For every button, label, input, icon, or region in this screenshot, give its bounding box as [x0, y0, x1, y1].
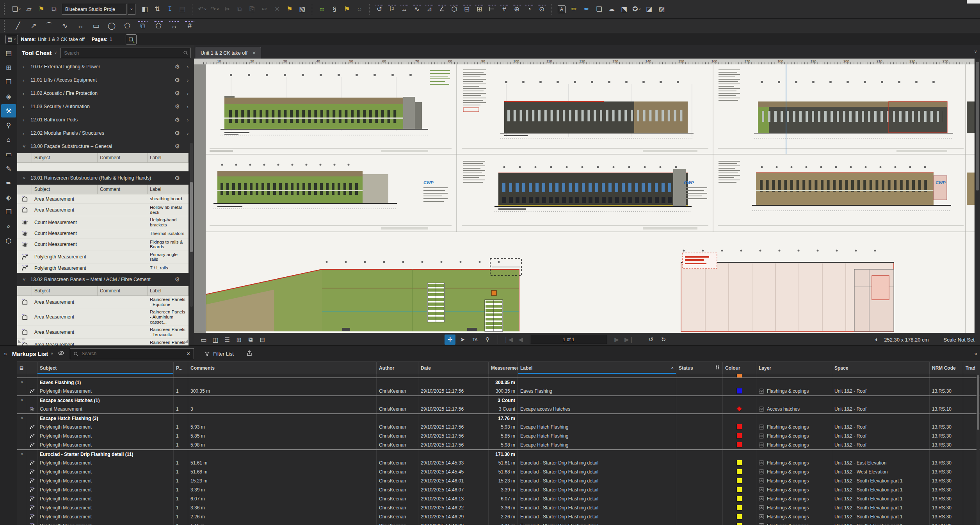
- tool-item-row[interactable]: Area Measurement Raincreen Panels - Equi…: [17, 296, 189, 308]
- slope-tool-button[interactable]: ⊿˅: [423, 4, 435, 15]
- pdf-vertical-scrollbar[interactable]: [975, 59, 980, 333]
- center-tool-button[interactable]: ⊢˅: [486, 4, 498, 15]
- cut-button[interactable]: ✂˅: [221, 4, 233, 15]
- radius-tool-button[interactable]: ◔˅: [523, 4, 535, 15]
- tags-panel[interactable]: ⬖: [1, 191, 16, 204]
- gear-icon[interactable]: ⚙: [175, 116, 180, 123]
- document-tab[interactable]: Unit 1 & 2 CK take off ✕: [196, 47, 261, 59]
- tab-list-caret-icon[interactable]: ˅: [975, 49, 977, 54]
- pages-panel[interactable]: ❐: [1, 205, 16, 219]
- next-page-button[interactable]: ▶: [611, 335, 622, 345]
- cloud-plus-button[interactable]: ⬔˅: [618, 4, 630, 15]
- select-tool-button[interactable]: ➤: [457, 335, 468, 345]
- layers-panel[interactable]: ◈: [1, 90, 16, 103]
- fit-page-view-button[interactable]: ⊟: [257, 335, 268, 345]
- document-menu-button[interactable]: ▤˅: [5, 35, 18, 44]
- export-summary-button[interactable]: [246, 350, 253, 358]
- gear-icon[interactable]: ⚙: [175, 103, 180, 110]
- area-measure-button[interactable]: ⬠: [152, 20, 165, 32]
- search-panel[interactable]: ⌕: [1, 220, 16, 233]
- two-page-view-button[interactable]: ◫: [210, 335, 221, 345]
- markup-row[interactable]: ˅ Polylength Measurement 1 3.39 m ChrisK…: [17, 485, 980, 494]
- rotate-ccw-button[interactable]: ↺: [646, 335, 656, 345]
- delete-button[interactable]: ✕˅: [271, 4, 283, 15]
- markup-row-partial[interactable]: [17, 374, 980, 377]
- flag-button[interactable]: ⚑˅: [284, 4, 295, 15]
- column-label[interactable]: Label: [148, 153, 189, 163]
- markup-row[interactable]: ˅ Count Measurement 1 3 ChrisKeenan 29/1…: [17, 404, 980, 413]
- tool-item-row[interactable]: Polylength Measurement T / L rails: [17, 263, 189, 273]
- markups-title-caret-icon[interactable]: ˅: [51, 352, 53, 356]
- gear-icon[interactable]: ⚙: [175, 63, 180, 70]
- studio-sync-button[interactable]: ⇅˅: [151, 4, 163, 15]
- spaces-panel[interactable]: ⌂: [1, 133, 16, 146]
- tool-item-row[interactable]: Area Measurement Raincreen Panels - Alum…: [17, 308, 189, 326]
- length-tool-button[interactable]: ↔˅: [398, 4, 410, 15]
- markup-row[interactable]: ˅ Polylength Measurement 1 5.85 m ChrisK…: [17, 431, 980, 440]
- measurements-panel[interactable]: ▭: [1, 148, 16, 161]
- column-measurement[interactable]: Measurement: [489, 362, 518, 374]
- tool-item-row[interactable]: Polylength Measurement Primary angle rai…: [17, 251, 189, 263]
- markup-row[interactable]: ˅ Polylength Measurement 1 3.36 m ChrisK…: [17, 503, 980, 512]
- column-comments[interactable]: Comments: [188, 362, 377, 374]
- single-page-view-button[interactable]: ▭: [198, 335, 209, 345]
- chevron-right-icon[interactable]: ›: [23, 130, 26, 136]
- tool-chest-section[interactable]: › 12.01 Bathroom Pods ⚙ ›: [17, 113, 194, 126]
- tool-chest-section-13-02[interactable]: ˅ 13.02 Rainscreen Panels – Metal / ACM …: [17, 273, 194, 286]
- polygon-tool-button[interactable]: ⬠: [121, 20, 134, 32]
- attachment-button[interactable]: §˅: [329, 4, 340, 15]
- flag-button[interactable]: ⚑˅: [341, 4, 353, 15]
- tool-item-row[interactable]: Count Measurement Fixings to rails & Boa…: [17, 238, 189, 251]
- tool-item-row[interactable]: Count Measurement Helping-hand brackets: [17, 216, 189, 229]
- chevron-right-icon[interactable]: ›: [187, 91, 189, 96]
- first-page-button[interactable]: ❘◀: [503, 335, 514, 345]
- tool-chest-section[interactable]: › 10.07 External Lighting & Power ⚙ ›: [17, 60, 194, 73]
- gear-icon[interactable]: ⚙: [175, 276, 180, 283]
- filter-list-button[interactable]: Filter List: [204, 351, 234, 357]
- hyperlink-button[interactable]: ∞˅: [316, 4, 328, 15]
- tool-chest-search-input[interactable]: [63, 50, 183, 56]
- markup-row[interactable]: ˅ Escape Hatch Flashing (3) 17.76 m: [17, 413, 980, 422]
- copy-button[interactable]: ⧉˅: [234, 4, 245, 15]
- column-space[interactable]: Space: [832, 362, 930, 374]
- column-subject[interactable]: Subject: [32, 153, 98, 163]
- chevron-right-icon[interactable]: ›: [187, 130, 189, 136]
- capture-button[interactable]: ◌˅: [354, 4, 365, 15]
- undo-button[interactable]: ↶˅: [196, 4, 208, 15]
- paste-button[interactable]: ⎘˅: [246, 4, 258, 15]
- tool-chest-section-13-00[interactable]: ˅ 13.00 Façade Substructure – General ⚙: [17, 140, 194, 153]
- studio-profile-select[interactable]: Bluebeam Studio Proje: [62, 4, 126, 15]
- contrast-icon[interactable]: ◐: [875, 336, 879, 343]
- markup-row[interactable]: ˅ Polylength Measurement 1 15.23 m Chris…: [17, 476, 980, 485]
- new-file-button[interactable]: ❏˅: [11, 4, 22, 15]
- angle-tool-button[interactable]: ∠˅: [436, 4, 448, 15]
- gear-icon[interactable]: ⚙: [175, 143, 180, 150]
- measure-flag-button[interactable]: ⚐˅: [386, 4, 398, 15]
- tool-item-row[interactable]: Count Measurement Thermal isolators: [17, 229, 189, 238]
- gear-icon[interactable]: ⚙: [175, 90, 180, 97]
- column-page[interactable]: P...: [174, 362, 188, 374]
- resize-handle[interactable]: [184, 340, 188, 343]
- text-select-tool-button[interactable]: TA: [470, 335, 480, 345]
- add-page-button[interactable]: ❏+: [126, 34, 137, 44]
- callout-button[interactable]: ❏˅: [593, 4, 605, 15]
- close-tab-icon[interactable]: ✕: [252, 50, 256, 56]
- file-access-panel[interactable]: ▤: [1, 46, 16, 60]
- continuous-view-button[interactable]: ☰: [222, 335, 233, 345]
- grid-view-button[interactable]: ⊞: [233, 335, 244, 345]
- column-comment[interactable]: Comment: [98, 153, 148, 163]
- volume-tool-button[interactable]: ⬡˅: [448, 4, 460, 15]
- polylength-tool-button[interactable]: ∿˅: [411, 4, 423, 15]
- markup-row[interactable]: ˅ Polylength Measurement 1 5.93 m ChrisK…: [17, 422, 980, 431]
- column-label[interactable]: Label: [148, 286, 189, 296]
- ellipse-tool-button[interactable]: ◯: [105, 20, 118, 32]
- stamp-button[interactable]: ✪˅: [631, 4, 642, 15]
- rectangle-tool-button[interactable]: ▭: [89, 20, 103, 32]
- chevron-right-icon[interactable]: ›: [23, 117, 26, 123]
- text-tool-button[interactable]: A˅: [556, 4, 567, 15]
- rotate-cw-button[interactable]: ↻: [658, 335, 669, 345]
- tool-chest-search[interactable]: [60, 48, 191, 58]
- column-date[interactable]: Date: [418, 362, 489, 374]
- resize-handle[interactable]: [18, 340, 21, 343]
- tool-item-row[interactable]: Area Measurement sheathing board: [17, 194, 189, 204]
